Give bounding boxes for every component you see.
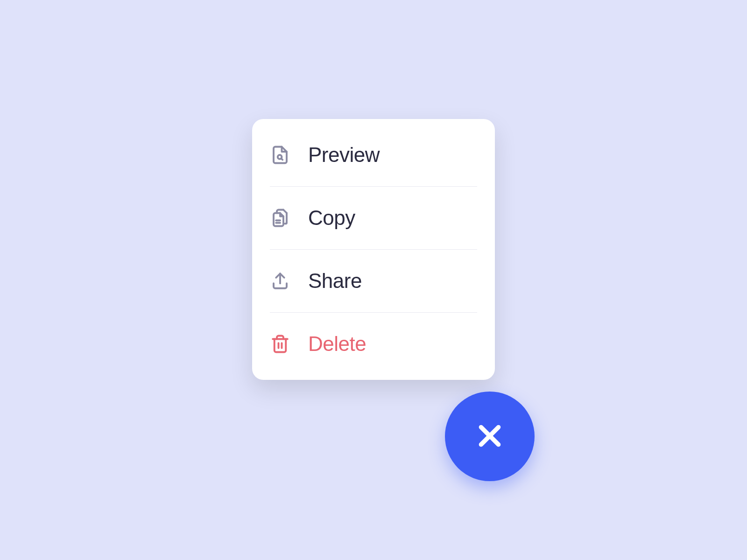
file-search-icon — [270, 145, 290, 165]
menu-label: Delete — [308, 332, 366, 356]
menu-item-share[interactable]: Share — [270, 250, 477, 313]
menu-label: Share — [308, 269, 362, 293]
file-copy-icon — [270, 208, 290, 228]
menu-item-delete[interactable]: Delete — [270, 313, 477, 361]
menu-label: Copy — [308, 206, 355, 230]
close-button[interactable] — [445, 392, 535, 481]
context-menu: Preview Copy Share — [252, 119, 495, 380]
close-icon — [475, 421, 505, 452]
menu-label: Preview — [308, 143, 380, 167]
menu-item-copy[interactable]: Copy — [270, 187, 477, 250]
upload-icon — [270, 271, 290, 291]
trash-icon — [270, 334, 290, 354]
menu-item-preview[interactable]: Preview — [270, 138, 477, 187]
